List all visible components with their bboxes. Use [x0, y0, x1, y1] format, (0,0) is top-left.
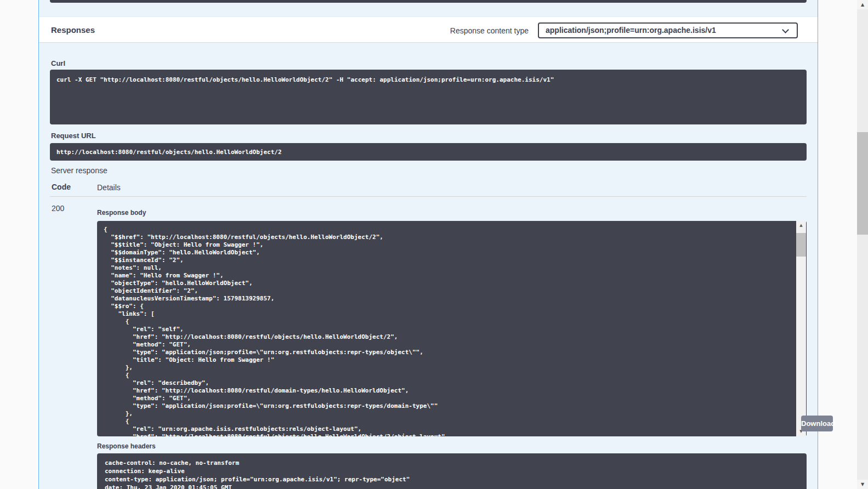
request-url-block: http://localhost:8080/restful/objects/he… — [50, 143, 807, 161]
chevron-down-icon — [782, 26, 789, 33]
curl-command-block: curl -X GET "http://localhost:8080/restf… — [50, 70, 807, 124]
curl-command-text: curl -X GET "http://localhost:8080/restf… — [50, 70, 807, 90]
page-scrollbar-thumb[interactable] — [857, 132, 868, 235]
responses-title: Responses — [51, 25, 95, 35]
page-scroll-down-icon[interactable]: ▼ — [857, 480, 868, 489]
curl-label: Curl — [51, 59, 65, 67]
response-headers-text: cache-control: no-cache, no-transform co… — [97, 453, 807, 489]
response-body-block[interactable]: { "$$href": "http://localhost:8080/restf… — [97, 221, 807, 436]
response-content-type-label: Response content type — [450, 26, 529, 35]
request-url-text: http://localhost:8080/restful/objects/he… — [50, 143, 807, 161]
response-headers-label: Response headers — [97, 442, 156, 450]
get-operation-block: Responses Response content type applicat… — [38, 0, 818, 489]
responses-section-header: Responses Response content type applicat… — [39, 16, 818, 43]
response-body-label: Response body — [97, 209, 146, 217]
scroll-up-icon[interactable]: ▲ — [796, 221, 806, 230]
response-content-type-select[interactable]: application/json;profile=urn:org.apache.… — [538, 22, 798, 38]
response-body-scrollbar[interactable]: ▲ ▼ — [796, 221, 806, 436]
table-divider — [50, 196, 807, 197]
response-headers-block: cache-control: no-cache, no-transform co… — [97, 453, 807, 489]
page-scrollbar[interactable]: ▲ ▼ — [857, 0, 868, 489]
page-scroll-up-icon[interactable]: ▲ — [857, 0, 868, 9]
code-column-header: Code — [52, 183, 71, 191]
response-body-json: { "$$href": "http://localhost:8080/restf… — [97, 221, 807, 436]
request-url-label: Request URL — [51, 132, 96, 140]
download-button[interactable]: Download — [801, 416, 833, 431]
previous-code-block-edge — [50, 0, 807, 3]
server-response-label: Server response — [51, 166, 107, 175]
status-code: 200 — [52, 204, 64, 213]
details-column-header: Details — [97, 183, 121, 192]
response-body-scrollbar-thumb[interactable] — [796, 233, 806, 257]
response-content-type-value: application/json;profile=urn:org.apache.… — [546, 26, 716, 35]
